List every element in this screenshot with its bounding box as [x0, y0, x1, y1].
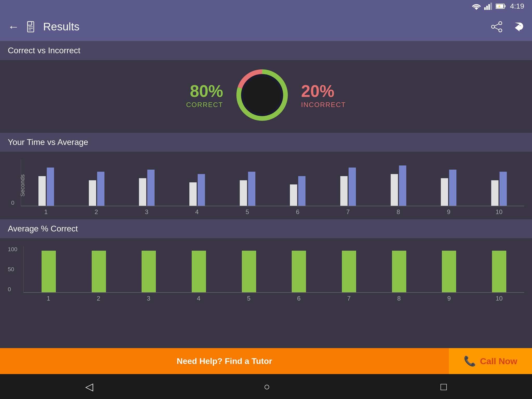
avg-bar-group [74, 251, 124, 292]
page-title: Results [43, 21, 79, 33]
correct-incorrect-header: Correct vs Incorrect [0, 41, 532, 60]
status-time: 4:19 [510, 2, 524, 10]
avg-correct-bar [142, 251, 156, 292]
your-time-bar [38, 176, 46, 206]
x-axis-label: 6 [272, 208, 323, 216]
phone-icon: 📞 [464, 355, 476, 367]
nav-back-button[interactable]: ◁ [85, 381, 93, 393]
x-axis-label: 10 [474, 295, 524, 302]
avg-x-labels: 12345678910 [23, 295, 524, 302]
avg-bar-group [224, 251, 274, 292]
avg-time-bar [248, 172, 255, 206]
x-axis-label: 6 [274, 295, 324, 302]
y-axis-label-item: 50 [8, 266, 17, 273]
zero-label: 0 [11, 200, 14, 206]
incorrect-percentage: 20% [301, 82, 346, 101]
correct-text: CORRECT [186, 101, 223, 109]
x-axis-label: 9 [423, 208, 474, 216]
time-bar-group [71, 172, 122, 206]
svg-rect-0 [484, 7, 486, 10]
incorrect-text: INCORRECT [301, 101, 346, 109]
time-bar-group [122, 170, 172, 206]
svg-line-16 [495, 24, 499, 26]
avg-bar-group [424, 251, 474, 292]
battery-icon: ⚡ [496, 3, 506, 9]
time-vs-average-section: Seconds 0 12345678910 [0, 152, 532, 219]
spacer [0, 306, 532, 348]
avg-time-bar [449, 170, 456, 206]
avg-bar-group [474, 251, 524, 292]
svg-line-17 [495, 28, 499, 30]
svg-rect-1 [486, 6, 488, 10]
nav-home-button[interactable]: ○ [264, 381, 270, 393]
avg-time-bar [198, 174, 205, 206]
x-axis-label: 2 [71, 208, 122, 216]
status-bar: ⚡ 4:19 [0, 0, 532, 12]
x-axis-label: 1 [23, 295, 74, 302]
incorrect-label: 20% INCORRECT [301, 82, 346, 109]
svg-rect-5 [504, 5, 506, 7]
avg-correct-bar [342, 251, 356, 292]
your-time-bar [240, 180, 247, 206]
x-axis-label: 4 [172, 208, 222, 216]
x-axis-label: 5 [224, 295, 274, 302]
time-x-labels: 12345678910 [21, 208, 524, 216]
time-bar-group [222, 172, 273, 206]
your-time-bar [290, 184, 297, 206]
avg-time-bar [97, 172, 104, 206]
svg-point-21 [243, 76, 281, 114]
avg-correct-bar [392, 251, 406, 292]
x-axis-label: 8 [373, 208, 424, 216]
avg-time-bar [47, 168, 54, 206]
avg-correct-bar [492, 251, 506, 292]
x-axis-label: 5 [222, 208, 272, 216]
document-icon [25, 21, 37, 32]
time-bar-group [474, 172, 524, 206]
svg-rect-9 [28, 22, 32, 25]
x-axis-label: 1 [21, 208, 71, 216]
x-axis-label: 7 [323, 208, 373, 216]
x-axis-label: 7 [324, 295, 374, 302]
svg-point-13 [499, 22, 502, 25]
your-time-bar [391, 174, 398, 206]
avg-bar-group [374, 251, 424, 292]
your-time-bar [189, 182, 197, 206]
avg-time-bar [500, 172, 507, 206]
time-bar-group [21, 168, 71, 206]
call-now-label: Call Now [480, 356, 517, 366]
avg-correct-bar [192, 251, 206, 292]
x-axis-label: 4 [174, 295, 224, 302]
avg-time-bar [298, 176, 305, 206]
x-axis-label: 3 [122, 208, 172, 216]
time-bar-group [323, 168, 373, 206]
svg-point-15 [499, 29, 502, 32]
avg-time-bar [349, 168, 356, 206]
nav-recents-button[interactable]: □ [441, 381, 447, 393]
avg-correct-bar [442, 251, 456, 292]
avg-correct-section: 100500 12345678910 [0, 238, 532, 306]
avg-time-bar [399, 165, 406, 206]
y-axis-label-item: 100 [8, 246, 17, 253]
time-bar-group [373, 165, 424, 206]
avg-bars-wrapper [23, 246, 524, 293]
help-text: Need Help? Find a Tutor [0, 348, 449, 374]
svg-point-14 [491, 25, 495, 28]
svg-rect-2 [488, 4, 490, 10]
your-time-bar [491, 180, 498, 206]
donut-chart [234, 66, 291, 124]
share-icon[interactable] [491, 21, 502, 32]
avg-bar-group [174, 251, 224, 292]
call-now-button[interactable]: 📞 Call Now [449, 348, 532, 374]
avg-bar-group [274, 251, 324, 292]
x-axis-label: 9 [424, 295, 474, 302]
reply-icon[interactable] [513, 21, 524, 32]
y-axis-label-item: 0 [8, 286, 17, 293]
avg-correct-bar [242, 251, 256, 292]
avg-y-labels: 100500 [8, 246, 17, 293]
avg-correct-header: Average % Correct [0, 219, 532, 238]
avg-correct-bar [92, 251, 106, 292]
time-chart-area: Seconds 0 12345678910 [8, 159, 524, 211]
avg-bar-group [24, 251, 74, 292]
back-button[interactable]: ← [8, 20, 19, 33]
your-time-bar [89, 180, 96, 206]
